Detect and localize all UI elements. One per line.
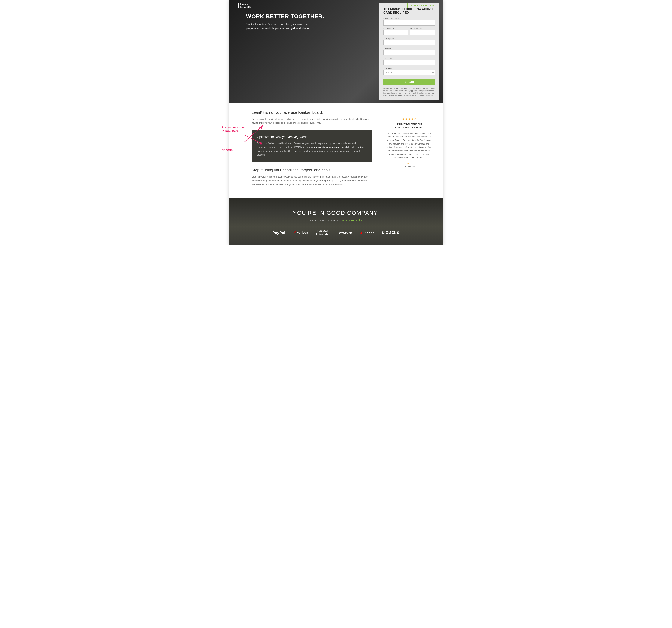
paypal-logo: PayPal: [272, 231, 285, 235]
adobe-logo: ▲ Adobe: [359, 230, 374, 235]
dark-box-title: Optimize the way you actually work.: [257, 135, 366, 139]
verizon-text: ✓ verizon: [293, 230, 308, 235]
hero-subtext-end: .: [309, 27, 310, 30]
dark-box: Optimize the way you actually work. Buil…: [251, 130, 371, 163]
hero-headline: WORK BETTER TOGETHER.: [246, 13, 374, 20]
annotation-line1: Are we supposed to look here...: [221, 125, 246, 133]
dark-box-title-italic: actually: [288, 135, 299, 139]
annotation-line3: or here?: [221, 148, 246, 152]
rockwell-logo: Rockwell Automation: [316, 230, 331, 236]
content-right: ★★★★☆ LEANKIT DELIVERS THE FUNCTIONALITY…: [379, 110, 439, 191]
section1-body: Get organized, simplify planning, and vi…: [251, 117, 371, 125]
logo-line1: Planview: [240, 3, 250, 6]
logo-icon: □: [234, 3, 239, 8]
logo-line2: LeanKit®: [240, 6, 250, 9]
annotation: Are we supposed to look here... or here?: [221, 125, 246, 152]
logos-row: PayPal ✓ verizon Rockwell Automation vmw…: [233, 230, 439, 236]
footer-content: YOU'RE IN GOOD COMPANY. Our customers ar…: [233, 210, 439, 236]
testimonial-body: "The team uses LeanKit on a daily basis …: [387, 132, 431, 160]
vmware-logo: vmware: [339, 231, 352, 235]
logo: □ Planview LeanKit®: [234, 3, 250, 8]
company-field: * Company:: [383, 37, 435, 45]
job-title-input[interactable]: [383, 60, 435, 65]
section1-title: LeanKit is not your average Kanban board…: [251, 110, 371, 115]
last-name-label: * Last Name:: [410, 27, 435, 30]
hero-section: □ Planview LeanKit® START A FREE TRIAL W…: [229, 0, 443, 103]
dark-box-body: Build your Kanban board in minutes. Cust…: [257, 141, 366, 157]
section2-body: Gain full visibility into your team's wo…: [251, 175, 371, 186]
svg-marker-1: [259, 125, 263, 129]
footer-section: YOU'RE IN GOOD COMPANY. Our customers ar…: [229, 199, 443, 245]
business-email-input[interactable]: [383, 20, 435, 25]
country-select[interactable]: Select... United States United Kingdom C…: [383, 70, 435, 75]
star-rating: ★★★★☆: [387, 117, 431, 121]
footer-subtext: Our customers are the best. Read their s…: [233, 219, 439, 222]
read-stories-link[interactable]: Read their stories.: [342, 219, 363, 222]
country-label: * Country:: [383, 67, 435, 69]
phone-label: * Phone:: [383, 47, 435, 50]
testimonial-role: IT Operations: [387, 165, 431, 168]
hero-overlay: WORK BETTER TOGETHER. Track all your tea…: [229, 0, 443, 103]
verizon-logo: ✓ verizon: [293, 230, 308, 235]
first-name-input[interactable]: [383, 30, 408, 36]
testimonial: ★★★★☆ LEANKIT DELIVERS THE FUNCTIONALITY…: [383, 112, 435, 172]
trial-button[interactable]: START A FREE TRIAL: [407, 3, 438, 8]
first-name-label: * First Name:: [383, 27, 408, 30]
last-name-input[interactable]: [410, 30, 435, 36]
content-left: Are we supposed to look here... or here?…: [233, 110, 379, 191]
verizon-checkmark-icon: ✓: [293, 230, 296, 235]
siemens-logo: SIEMENS: [382, 231, 400, 235]
job-title-label: * Job Title:: [383, 57, 435, 60]
phone-input[interactable]: [383, 50, 435, 55]
first-name-field: * First Name:: [383, 27, 408, 36]
logo-text: Planview LeanKit®: [240, 3, 250, 8]
adobe-icon: ▲: [359, 230, 364, 235]
signup-form: TRY LEANKIT FREE — NO CREDIT CARD REQUIR…: [379, 3, 439, 100]
main-content: Are we supposed to look here... or here?…: [233, 103, 439, 199]
phone-field: * Phone:: [383, 47, 435, 55]
hero-subtext: Track all your team's work in one place,…: [246, 22, 313, 30]
testimonial-author: TONY L.: [387, 162, 431, 165]
disclaimer-text: LeanKit is committed to protecting your …: [383, 88, 435, 96]
name-row: * First Name: * Last Name:: [383, 27, 435, 37]
section2-title: Stop missing your deadlines, targets, an…: [251, 168, 371, 172]
business-email-label: * Business Email:: [383, 18, 435, 20]
submit-button[interactable]: SUBMIT: [383, 79, 435, 86]
page-wrapper: □ Planview LeanKit® START A FREE TRIAL W…: [229, 0, 443, 245]
navigation: □ Planview LeanKit® START A FREE TRIAL: [229, 0, 443, 11]
job-title-field: * Job Title:: [383, 57, 435, 65]
hero-subtext-bold: get work done: [291, 27, 309, 30]
country-field: * Country: Select... United States Unite…: [383, 67, 435, 75]
dark-box-title-part2: work.: [299, 135, 308, 139]
dark-box-body-bold: easily update your team on the status of…: [311, 146, 364, 148]
footer-headline: YOU'RE IN GOOD COMPANY.: [233, 210, 439, 216]
business-email-field: * Business Email:: [383, 18, 435, 25]
company-label: * Company:: [383, 37, 435, 40]
testimonial-title: LEANKIT DELIVERS THE FUNCTIONALITY NEEDE…: [387, 123, 431, 129]
dark-box-title-part1: Optimize the way you: [257, 135, 288, 139]
company-input[interactable]: [383, 40, 435, 45]
last-name-field: * Last Name:: [410, 27, 435, 36]
form-disclaimer: LeanKit is committed to protecting your …: [383, 87, 435, 97]
